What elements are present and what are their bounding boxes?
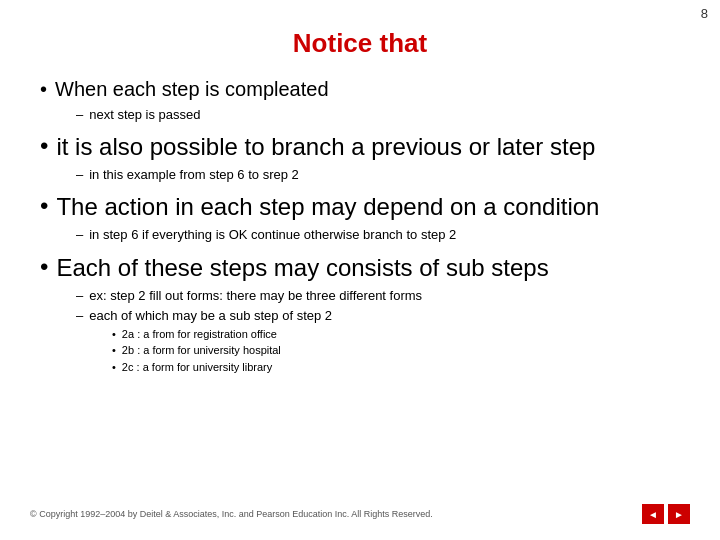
section-4: • Each of these steps may consists of su… [40, 253, 690, 376]
footer-copyright: © Copyright 1992–2004 by Deitel & Associ… [30, 509, 433, 519]
next-arrow-icon: ► [674, 509, 684, 520]
bullet-4-subsub-1-dot: • [112, 327, 116, 342]
prev-button[interactable]: ◄ [642, 504, 664, 524]
bullet-2-sub-1-dash: – [76, 166, 83, 184]
bullet-4-subsub-2: • 2b : a form for university hospital [112, 343, 690, 358]
bullet-4-dot: • [40, 253, 48, 282]
bullet-4-subsub-1-text: 2a : a from for registration office [122, 327, 277, 342]
bullet-3-sub-1: – in step 6 if everything is OK continue… [76, 226, 690, 244]
slide-container: 8 Notice that • When each step is comple… [0, 0, 720, 540]
bullet-3: • The action in each step may depend on … [40, 192, 690, 222]
bullet-3-sub-1-dash: – [76, 226, 83, 244]
bullet-2: • it is also possible to branch a previo… [40, 132, 690, 162]
bullet-3-dot: • [40, 192, 48, 221]
bullet-4-subsub-3-text: 2c : a form for university library [122, 360, 272, 375]
bullet-2-dot: • [40, 132, 48, 161]
section-2: • it is also possible to branch a previo… [40, 132, 690, 184]
bullet-4-sub-2-text: each of which may be a sub step of step … [89, 307, 332, 325]
bullet-4-sub-2-dash: – [76, 307, 83, 325]
bullet-1-sub-1-dash: – [76, 106, 83, 124]
bullet-4-sub-1: – ex: step 2 fill out forms: there may b… [76, 287, 690, 305]
nav-buttons: ◄ ► [642, 504, 690, 524]
bullet-2-sub-1-text: in this example from step 6 to srep 2 [89, 166, 299, 184]
bullet-4-subsub-1: • 2a : a from for registration office [112, 327, 690, 342]
bullet-1: • When each step is compleated [40, 77, 690, 102]
bullet-3-sub-1-text: in step 6 if everything is OK continue o… [89, 226, 456, 244]
footer: © Copyright 1992–2004 by Deitel & Associ… [30, 500, 690, 530]
bullet-4-subsub-3-dot: • [112, 360, 116, 375]
bullet-1-sub-1: – next step is passed [76, 106, 690, 124]
bullet-2-text: it is also possible to branch a previous… [56, 132, 595, 162]
bullet-4-sub-1-dash: – [76, 287, 83, 305]
bullet-4-subsub-2-text: 2b : a form for university hospital [122, 343, 281, 358]
bullet-4-sub-2: – each of which may be a sub step of ste… [76, 307, 690, 325]
page-number: 8 [701, 6, 708, 21]
bullet-1-text: When each step is compleated [55, 77, 329, 102]
bullet-4: • Each of these steps may consists of su… [40, 253, 690, 283]
slide-title: Notice that [30, 28, 690, 59]
bullet-2-sub-1: – in this example from step 6 to srep 2 [76, 166, 690, 184]
bullet-4-subsub-3: • 2c : a form for university library [112, 360, 690, 375]
section-1: • When each step is compleated – next st… [40, 77, 690, 124]
section-3: • The action in each step may depend on … [40, 192, 690, 244]
bullet-1-sub-1-text: next step is passed [89, 106, 200, 124]
bullet-3-text: The action in each step may depend on a … [56, 192, 599, 222]
bullet-4-sub-1-text: ex: step 2 fill out forms: there may be … [89, 287, 422, 305]
prev-arrow-icon: ◄ [648, 509, 658, 520]
bullet-4-text: Each of these steps may consists of sub … [56, 253, 548, 283]
content-area: • When each step is compleated – next st… [30, 77, 690, 500]
bullet-1-dot: • [40, 77, 47, 101]
bullet-4-subsub-2-dot: • [112, 343, 116, 358]
next-button[interactable]: ► [668, 504, 690, 524]
